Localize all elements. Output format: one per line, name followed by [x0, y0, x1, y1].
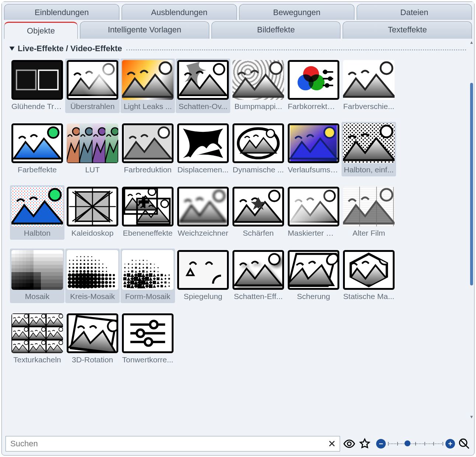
search-box[interactable]: ✕	[6, 436, 340, 451]
svg-rect-190	[19, 287, 22, 290]
tab-texteffekte[interactable]: Texteffekte	[343, 21, 472, 39]
effect-item[interactable]: − Überstrahlen	[65, 59, 120, 113]
svg-point-207	[91, 256, 92, 257]
svg-point-208	[69, 260, 70, 261]
tab-objekte[interactable]: Objekte	[4, 22, 78, 39]
svg-rect-116	[56, 265, 59, 268]
favorite-button[interactable]	[358, 437, 371, 450]
effect-item[interactable]: Scherung	[286, 249, 341, 303]
scroll-thumb[interactable]	[470, 83, 473, 285]
effect-item[interactable]: Schärfen	[231, 185, 286, 240]
effect-item[interactable]: Bumpmappi...	[231, 59, 286, 113]
svg-point-257	[97, 273, 101, 277]
effect-item[interactable]: Farbreduktion	[120, 122, 175, 176]
effect-thumbnail	[122, 123, 174, 163]
svg-rect-153	[37, 276, 41, 280]
svg-rect-196	[41, 287, 45, 290]
effect-item[interactable]: − Light Leaks ...	[120, 59, 175, 113]
svg-rect-55	[37, 250, 41, 254]
effect-item[interactable]: Kaleidoskop	[65, 185, 120, 240]
svg-point-244	[91, 270, 93, 273]
zoom-slider[interactable]	[388, 443, 443, 445]
svg-rect-156	[48, 276, 52, 280]
effect-item[interactable]: Spiegelung	[176, 249, 230, 303]
section-divider	[126, 49, 466, 50]
tab-vorlagen[interactable]: Intelligente Vorlagen	[80, 21, 209, 39]
zoom-in-button[interactable]: +	[445, 439, 455, 449]
effect-item[interactable]: − Halbton	[10, 185, 64, 240]
effect-item[interactable]: LUT	[65, 122, 120, 176]
effect-item[interactable]: Farbkorrektur...	[286, 59, 341, 113]
effect-item[interactable]: 3D-Rotation	[65, 312, 120, 366]
zoom-knob[interactable]	[405, 440, 410, 446]
tabs-primary: Einblendungen Ausblendungen Bewegungen D…	[2, 2, 474, 20]
effect-thumbnail	[122, 313, 174, 353]
tab-bildeffekte[interactable]: Bildeffekte	[211, 21, 341, 39]
effect-item[interactable]: Ebeneneffekte	[120, 185, 175, 240]
effect-item[interactable]: Dynamische ...	[231, 122, 286, 176]
effect-item[interactable]: − Halbton, einf...	[342, 122, 396, 176]
svg-point-6	[270, 62, 282, 74]
svg-rect-168	[41, 280, 45, 283]
svg-rect-52	[26, 250, 30, 254]
svg-point-294	[90, 284, 94, 288]
effect-label: Farbverschie...	[342, 101, 395, 112]
svg-point-231	[83, 267, 85, 269]
clear-search-icon[interactable]: ✕	[326, 438, 337, 450]
tab-einblendungen[interactable]: Einblendungen	[4, 4, 119, 20]
tab-bewegungen[interactable]: Bewegungen	[239, 4, 354, 20]
svg-point-227	[69, 267, 70, 268]
collapse-icon[interactable]	[10, 47, 15, 51]
vertical-scrollbar[interactable]: ▲ ▼	[469, 39, 474, 434]
tab-ausblendungen[interactable]: Ausblendungen	[122, 4, 237, 20]
effect-item[interactable]: Texturkacheln	[10, 312, 64, 366]
effect-item[interactable]: Verlaufsumse...	[286, 122, 341, 176]
search-input[interactable]	[10, 439, 326, 449]
scroll-down-icon[interactable]: ▼	[469, 414, 474, 420]
svg-point-38	[161, 200, 168, 207]
svg-point-228	[73, 267, 74, 269]
effect-item[interactable]: Tonwertkorre...	[120, 312, 175, 366]
svg-point-243	[87, 270, 90, 273]
svg-rect-77	[15, 257, 19, 261]
svg-point-300	[113, 285, 115, 287]
svg-rect-134	[19, 272, 22, 276]
svg-rect-76	[11, 257, 15, 261]
visibility-button[interactable]	[343, 437, 356, 450]
svg-rect-62	[11, 254, 15, 257]
svg-point-22	[98, 128, 105, 135]
svg-point-282	[94, 281, 98, 285]
svg-rect-64	[19, 254, 22, 257]
effect-item[interactable]: − Schatten-Ov...	[176, 59, 230, 113]
svg-rect-100	[48, 261, 52, 265]
section-header[interactable]: Live-Effekte / Video-Effekte	[10, 44, 466, 53]
effect-item[interactable]: Schatten-Eff...	[231, 249, 286, 303]
effect-item[interactable]: Glühende Tra...	[10, 59, 64, 113]
svg-point-15	[326, 84, 329, 87]
svg-rect-65	[22, 254, 26, 257]
effect-item[interactable]: Displacemen...	[176, 122, 230, 176]
effect-item[interactable]: − Mosaik	[10, 249, 64, 303]
zoom-out-button[interactable]: −	[376, 439, 386, 449]
svg-point-11	[324, 70, 327, 73]
effect-item[interactable]: − Form-Mosaik	[120, 249, 175, 303]
effect-thumbnail	[11, 123, 63, 163]
svg-point-44	[269, 190, 280, 201]
effect-item[interactable]: Alter Film	[342, 185, 396, 240]
tabs-secondary: Objekte Intelligente Vorlagen Bildeffekt…	[2, 20, 474, 39]
effect-item[interactable]: − Kreis-Mosaik	[65, 249, 120, 303]
effect-thumbnail	[343, 250, 395, 290]
effect-item[interactable]: Maskierter W...	[286, 185, 341, 240]
scroll-up-icon[interactable]: ▲	[469, 39, 474, 45]
effect-thumbnail	[67, 187, 118, 226]
effect-item[interactable]: Farbverschie...	[342, 59, 396, 113]
zoom-reset-button[interactable]	[458, 437, 470, 450]
svg-point-43	[214, 190, 224, 201]
tab-dateien[interactable]: Dateien	[357, 4, 472, 20]
effect-item[interactable]: Farbeffekte	[10, 122, 64, 176]
effect-item[interactable]: Statische Ma...	[342, 249, 396, 303]
svg-point-288	[68, 284, 71, 288]
svg-rect-72	[48, 254, 52, 257]
effect-item[interactable]: Weichzeichner	[176, 185, 230, 240]
svg-rect-186	[56, 283, 59, 287]
